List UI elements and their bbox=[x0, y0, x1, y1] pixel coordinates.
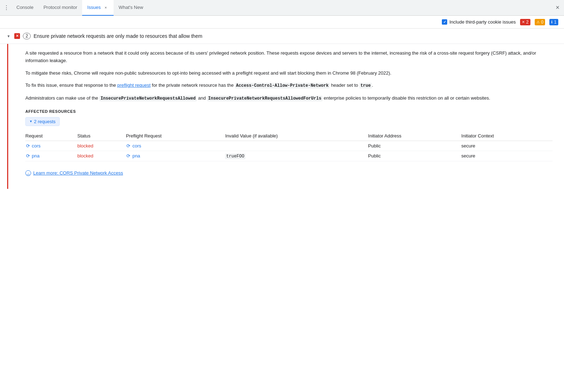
issue-para3-code2: true bbox=[359, 83, 372, 89]
error-badge: ✕ 2 bbox=[520, 19, 530, 25]
col-status: Status bbox=[77, 131, 126, 141]
error-badge-icon: ✕ bbox=[522, 20, 525, 24]
request-refresh-icon: ⟳ bbox=[25, 143, 30, 148]
issue-para3-code1: Access-Control-Allow-Private-Network bbox=[235, 83, 330, 89]
requests-toggle-label: 2 requests bbox=[34, 119, 56, 124]
row-0-initiator-address: Public bbox=[368, 141, 461, 151]
tab-console-label: Console bbox=[16, 5, 34, 10]
issue-error-icon: ✕ bbox=[14, 33, 20, 39]
tab-console[interactable]: Console bbox=[11, 0, 39, 16]
tab-issues-close[interactable]: × bbox=[103, 5, 109, 10]
preflight-refresh-icon: ⟳ bbox=[126, 143, 131, 148]
learn-more-arrow-icon: → bbox=[25, 170, 31, 176]
row-0-status: blocked bbox=[77, 141, 126, 151]
row-0-invalid-value bbox=[225, 141, 368, 151]
row-0-preflight: ⟳cors bbox=[126, 141, 225, 151]
table-row: ⟳pnablocked⟳pnatrueFOOPublicsecure bbox=[25, 151, 553, 161]
issue-header[interactable]: ▼ ✕ 2 Ensure private network requests ar… bbox=[0, 29, 564, 44]
row-1-request: ⟳pna bbox=[25, 151, 77, 161]
issue-body: A site requested a resource from a netwo… bbox=[7, 44, 564, 189]
preflight-link[interactable]: ⟳cors bbox=[126, 143, 223, 149]
toolbar-row: Include third-party cookie issues ✕ 2 ⚠ … bbox=[0, 16, 564, 29]
issue-para2: To mitigate these risks, Chrome will req… bbox=[25, 70, 553, 77]
affected-resources-title: AFFECTED RESOURCES bbox=[25, 109, 553, 114]
issue-para4-code2: InsecurePrivateNetworkRequestsAllowedFor… bbox=[207, 96, 323, 101]
issue-para4: Administrators can make use of the Insec… bbox=[25, 95, 553, 102]
issue-title: Ensure private network requests are only… bbox=[34, 33, 202, 39]
status-value: blocked bbox=[77, 143, 93, 149]
row-0-request: ⟳cors bbox=[25, 141, 77, 151]
devtools-close-button[interactable]: × bbox=[553, 3, 563, 13]
info-badge-icon: ℹ bbox=[551, 20, 553, 24]
tab-protocol-monitor-label: Protocol monitor bbox=[44, 5, 78, 10]
row-1-initiator-address: Public bbox=[368, 151, 461, 161]
issue-para1: A site requested a resource from a netwo… bbox=[25, 50, 553, 65]
preflight-request-link[interactable]: preflight request bbox=[117, 82, 150, 88]
status-value: blocked bbox=[77, 153, 93, 159]
warning-badge-icon: ⚠ bbox=[536, 20, 540, 24]
issue-para3-prefix: To fix this issue, ensure that response … bbox=[25, 82, 117, 88]
warning-badge: ⚠ 0 bbox=[535, 19, 545, 25]
requests-toggle[interactable]: ▼ 2 requests bbox=[25, 117, 60, 126]
tab-whats-new[interactable]: What's New bbox=[114, 0, 148, 16]
invalid-value-code: trueFOO bbox=[225, 154, 245, 159]
issue-para4-mid: and bbox=[197, 95, 207, 101]
third-party-cookie-label: Include third-party cookie issues bbox=[449, 19, 516, 25]
col-initiator-address: Initiator Address bbox=[368, 131, 461, 141]
top-bar: ⋮ Console Protocol monitor Issues × What… bbox=[0, 0, 564, 16]
third-party-cookie-checkbox[interactable] bbox=[442, 19, 447, 25]
info-badge-count: 1 bbox=[554, 20, 556, 25]
tab-issues[interactable]: Issues × bbox=[82, 0, 114, 16]
table-row: ⟳corsblocked⟳corsPublicsecure bbox=[25, 141, 553, 151]
error-badge-count: 2 bbox=[526, 20, 529, 25]
learn-more-text: Learn more: CORS Private Network Access bbox=[33, 170, 123, 176]
learn-more-link[interactable]: → Learn more: CORS Private Network Acces… bbox=[25, 170, 123, 176]
col-preflight: Preflight Request bbox=[126, 131, 225, 141]
warning-badge-count: 0 bbox=[541, 20, 544, 25]
row-1-invalid-value: trueFOO bbox=[225, 151, 368, 161]
info-badge: ℹ 1 bbox=[549, 19, 558, 25]
main-content: ▼ ✕ 2 Ensure private network requests ar… bbox=[0, 29, 564, 392]
col-initiator-context: Initiator Context bbox=[461, 131, 553, 141]
requests-toggle-chevron: ▼ bbox=[29, 120, 33, 123]
issue-count-badge: 2 bbox=[23, 33, 31, 39]
table-header-row: Request Status Preflight Request Invalid… bbox=[25, 131, 553, 141]
issue-para3-suffix: header set to bbox=[330, 82, 359, 88]
issue-para4-code1: InsecurePrivateNetworkRequestsAllowed bbox=[99, 96, 196, 101]
preflight-refresh-icon: ⟳ bbox=[126, 154, 131, 159]
requests-table: Request Status Preflight Request Invalid… bbox=[25, 131, 553, 161]
issue-para3-mid: for the private network resource has the bbox=[151, 82, 235, 88]
preflight-link[interactable]: ⟳pna bbox=[126, 153, 223, 159]
tab-issues-label: Issues bbox=[87, 5, 101, 10]
request-link[interactable]: ⟳pna bbox=[25, 153, 74, 159]
col-invalid-value: Invalid Value (if available) bbox=[225, 131, 368, 141]
issue-para4-suffix: enterprise policies to temporarily disab… bbox=[323, 95, 490, 101]
issue-chevron-icon: ▼ bbox=[6, 33, 11, 39]
issue-para3-end: . bbox=[372, 82, 373, 88]
menu-dots-icon[interactable]: ⋮ bbox=[1, 3, 11, 13]
issue-description: A site requested a resource from a netwo… bbox=[25, 50, 553, 102]
issues-panel[interactable]: ▼ ✕ 2 Ensure private network requests ar… bbox=[0, 29, 564, 392]
tab-protocol-monitor[interactable]: Protocol monitor bbox=[39, 0, 83, 16]
row-0-initiator-context: secure bbox=[461, 141, 553, 151]
request-refresh-icon: ⟳ bbox=[25, 154, 30, 159]
request-link[interactable]: ⟳cors bbox=[25, 143, 74, 149]
tab-whats-new-label: What's New bbox=[119, 5, 143, 10]
row-1-preflight: ⟳pna bbox=[126, 151, 225, 161]
row-1-initiator-context: secure bbox=[461, 151, 553, 161]
issue-para3: To fix this issue, ensure that response … bbox=[25, 82, 553, 89]
affected-resources-section: AFFECTED RESOURCES ▼ 2 requests Request … bbox=[25, 109, 553, 161]
learn-more-section: → Learn more: CORS Private Network Acces… bbox=[25, 170, 553, 183]
col-request: Request bbox=[25, 131, 77, 141]
row-1-status: blocked bbox=[77, 151, 126, 161]
third-party-cookie-checkbox-label[interactable]: Include third-party cookie issues bbox=[442, 19, 516, 25]
issue-para4-prefix: Administrators can make use of the bbox=[25, 95, 99, 101]
